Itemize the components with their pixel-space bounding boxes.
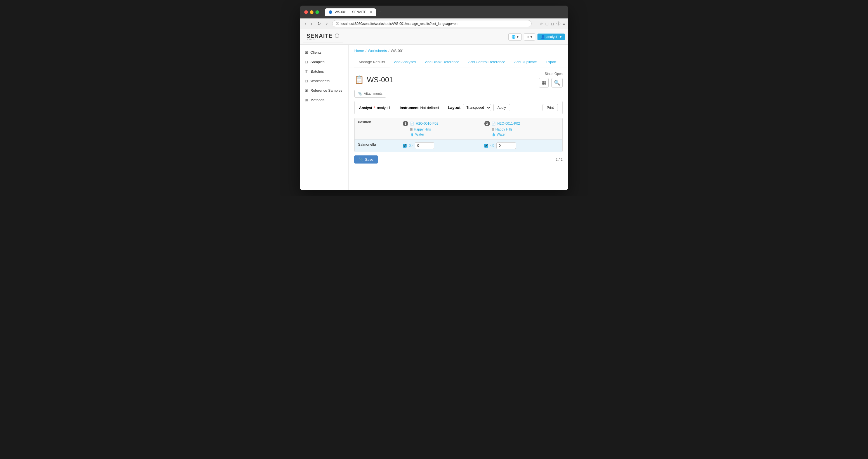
menu-button[interactable]: ≡ [563,22,565,26]
info-row: Analyst * analyst1 Instrument Not define… [354,101,563,114]
barcode-scan-button[interactable]: 🔍 [552,78,563,88]
batches-icon: ◫ [305,69,308,73]
minimize-window-button[interactable] [310,10,313,14]
sidebar-item-label-worksheets: Worksheets [310,79,330,83]
sample-1-matrix[interactable]: Water [415,132,424,136]
sidebar: ⊞ Clients ⊟ Samples ◫ Batches ⊡ Workshee… [300,45,349,190]
sidebar-item-worksheets[interactable]: ⊡ Worksheets [300,76,348,86]
url-text: localhost:8080/senaite/worksheets/WS-001… [341,22,528,26]
breadcrumb-home[interactable]: Home [354,48,364,53]
breadcrumb-worksheets[interactable]: Worksheets [368,48,387,53]
sample-1-type-icon: 📄 [410,122,414,126]
apply-button[interactable]: Apply [493,104,510,111]
tab-add-duplicate[interactable]: Add Duplicate [510,57,541,67]
info-icon-1[interactable]: ⓘ [409,143,412,148]
sample-2-num: 2 [484,121,490,126]
browser-tab[interactable]: 🔵 WS-001 — SENAITE ✕ [325,8,376,15]
sidebar-toggle-button[interactable]: ⓘ [556,21,560,26]
sample-2-type-icon: 📄 [492,122,496,126]
back-button[interactable]: ‹ [303,21,307,27]
worksheets-icon: ⊡ [305,78,308,83]
save-icon: 📎 [359,157,363,162]
analyst-cell: Analyst * analyst1 [354,103,395,113]
tab-add-control-reference[interactable]: Add Control Reference [464,57,510,67]
main-content: Home / Worksheets / WS-001 Manage Result… [349,45,568,190]
salmonella-cell-2: ⓘ [481,139,563,152]
breadcrumb-current: WS-001 [391,48,404,53]
tab-export[interactable]: Export [541,57,561,67]
sample-1-client[interactable]: Happy Hills [414,128,431,131]
user-icon: 👤 [541,35,545,39]
sample-2-position: 2 📄 H2O-0011-P02 ⊞ Happy Hills 💧 Water [481,118,563,139]
required-marker: * [374,106,375,110]
reference-samples-icon: ◉ [305,88,308,93]
tab-add-analyses[interactable]: Add Analyses [390,57,421,67]
security-icon: ⓘ [336,22,339,26]
worksheet-title: WS-001 [367,75,393,84]
maximize-window-button[interactable] [315,10,319,14]
sidebar-item-methods[interactable]: ⊞ Methods [300,95,348,104]
worksheet-header: 📋 WS-001 State: Open ▦ 🔍 [349,67,568,90]
info-icon-2[interactable]: ⓘ [491,143,494,148]
tab-manage-results[interactable]: Manage Results [354,57,390,67]
sidebar-item-label-methods: Methods [310,98,324,102]
salmonella-checkbox-2[interactable] [484,144,488,147]
sidebar-item-label-samples: Samples [310,60,325,64]
results-table: Position 1 📄 H2O-0010-P02 ⊞ Happy Hills [354,118,563,152]
traffic-lights[interactable] [304,10,319,14]
analyst-label: Analyst [359,106,372,110]
layout-cell: Layout Transposed Apply Print [443,101,562,114]
close-window-button[interactable] [304,10,308,14]
sidebar-item-batches[interactable]: ◫ Batches [300,67,348,76]
reader-view-button[interactable]: ⊟ [551,22,554,26]
sample-2-client-icon: ⊞ [492,128,494,131]
save-label: Save [365,157,373,162]
bookmark-button[interactable]: ☆ [539,22,543,26]
user-menu-button[interactable]: 👤 analyst1 ▾ [537,34,565,40]
salmonella-cell-1: ⓘ [399,139,481,152]
tab-icon: 🔵 [329,10,333,14]
salmonella-input-1[interactable] [415,142,434,149]
sidebar-item-reference-samples[interactable]: ◉ Reference Samples [300,86,348,95]
sidebar-item-clients[interactable]: ⊞ Clients [300,47,348,57]
new-tab-button[interactable]: + [378,9,381,15]
attachments-button[interactable]: 📎 Attachments [354,90,386,98]
grid-button[interactable]: ⊞ ▾ [524,33,535,40]
print-button[interactable]: Print [542,104,558,111]
extensions-button[interactable]: ⊞ [545,22,549,26]
worksheet-title-area: 📋 WS-001 [354,75,393,85]
attachments-label: Attachments [364,92,382,96]
save-button[interactable]: 📎 Save [354,156,378,164]
address-bar[interactable]: ⓘ localhost:8080/senaite/worksheets/WS-0… [332,20,532,27]
sample-1-num: 1 [403,121,408,126]
tab-add-blank-reference[interactable]: Add Blank Reference [421,57,464,67]
home-button[interactable]: ⌂ [325,21,330,27]
user-label: analyst1 ▾ [547,35,561,39]
salmonella-checkbox-1[interactable] [403,144,407,147]
tab-title: WS-001 — SENAITE [335,10,366,14]
sample-2-matrix-icon: 💧 [492,132,496,136]
sidebar-item-samples[interactable]: ⊟ Samples [300,57,348,67]
reload-button[interactable]: ↻ [316,21,322,27]
sample-2-link[interactable]: H2O-0011-P02 [497,122,520,126]
sample-1-link[interactable]: H2O-0010-P02 [416,122,438,126]
layout-select[interactable]: Transposed [463,104,491,111]
sidebar-item-label-clients: Clients [310,50,321,55]
sample-2-client[interactable]: Happy Hills [496,128,513,131]
breadcrumb: Home / Worksheets / WS-001 [349,45,568,57]
position-column-header: Position [354,118,399,139]
tab-close-button[interactable]: ✕ [370,10,372,14]
barcode-buttons: ▦ 🔍 [539,78,563,88]
instrument-value: Not defined [420,106,439,110]
clients-icon: ⊞ [305,50,308,55]
salmonella-input-2[interactable] [496,142,516,149]
globe-button[interactable]: 🌐 ▾ [508,33,521,40]
barcode-button[interactable]: ▦ [539,78,549,88]
worksheet-state: State: Open [545,72,563,76]
forward-button[interactable]: › [310,21,314,27]
salmonella-label: Salmonella [354,139,399,152]
more-button[interactable]: ··· [534,22,537,26]
samples-icon: ⊟ [305,60,308,64]
tab-bar: Manage Results Add Analyses Add Blank Re… [349,57,568,67]
sample-2-matrix[interactable]: Water [497,132,506,136]
